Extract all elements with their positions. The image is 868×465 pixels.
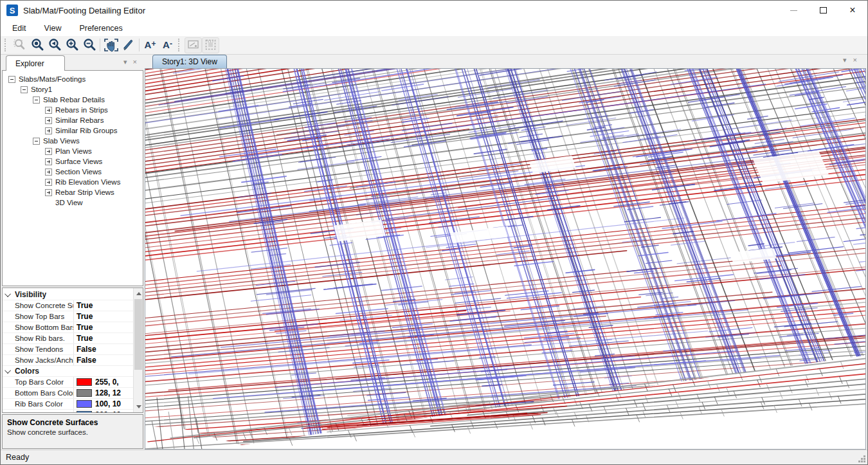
expand-icon[interactable] (45, 158, 52, 165)
zoom-out-button[interactable] (80, 37, 98, 53)
property-category-colors[interactable]: Colors (3, 366, 133, 377)
tree-item-story1[interactable]: Story1 (3, 84, 143, 95)
maximize-button[interactable] (808, 1, 838, 20)
app-window: S Slab/Mat/Footing Detailing Editor × Ed… (0, 0, 868, 465)
tree-item-rebar-strip-views[interactable]: Rebar Strip Views (3, 187, 143, 197)
expand-icon[interactable] (45, 148, 52, 155)
property-row-bottom-bars-color[interactable]: Bottom Bars Color128, 12 (3, 388, 133, 399)
menu-item-edit[interactable]: Edit (11, 23, 28, 34)
font-increase-button[interactable]: A+ (141, 37, 159, 53)
property-row-show-concrete-surfaces[interactable]: Show Concrete SurfacesTrue (3, 300, 133, 311)
property-value[interactable]: False (74, 356, 133, 365)
zoom-previous-button[interactable] (46, 37, 63, 53)
property-row-tendons-color[interactable]: Tendons color200, 10 (3, 410, 133, 413)
plot-limits-button (185, 37, 202, 53)
expand-icon[interactable] (45, 169, 52, 176)
expand-icon[interactable] (45, 107, 52, 114)
menu-item-view[interactable]: View (43, 23, 63, 34)
collapse-icon[interactable] (33, 138, 40, 145)
tree-item-section-views[interactable]: Section Views (3, 167, 143, 177)
tree-item-label: Rib Elevation Views (55, 178, 120, 186)
resize-grip-icon[interactable] (857, 454, 866, 463)
properties-scrollbar[interactable] (133, 288, 143, 412)
property-row-show-bottom-bars[interactable]: Show Bottom BarsTrue (3, 322, 133, 333)
collapse-icon[interactable] (21, 86, 28, 93)
category-chevron-icon[interactable] (3, 293, 15, 297)
property-row-show-jacks-anchors[interactable]: Show Jacks/AnchorsFalse (3, 355, 133, 366)
tab-explorer[interactable]: Explorer (6, 55, 65, 71)
minimize-button[interactable] (779, 1, 808, 20)
pan-button[interactable] (102, 37, 120, 53)
zoom-previous-icon (47, 37, 62, 53)
tree-item-label: Plan Views (55, 147, 92, 155)
tree-item-3d-view[interactable]: 3D View (3, 197, 143, 208)
tree-item-slab-rebar-details[interactable]: Slab Rebar Details (3, 95, 143, 105)
property-value-text: False (77, 356, 96, 365)
property-label: Show Bottom Bars (15, 322, 74, 333)
collapse-icon[interactable] (33, 96, 40, 104)
property-category-visibility[interactable]: Visibility (3, 289, 133, 300)
property-value[interactable]: False (74, 345, 133, 354)
tree-item-label: 3D View (55, 199, 83, 206)
properties-grid: VisibilityShow Concrete SurfacesTrueShow… (3, 289, 133, 413)
property-value[interactable]: 255, 0, (74, 378, 133, 387)
expand-icon[interactable] (45, 189, 52, 196)
property-value-text: False (77, 345, 96, 354)
property-label: Show Top Bars (15, 311, 74, 322)
property-value-text: 255, 0, (95, 378, 119, 387)
viewport-close-icon[interactable]: × (853, 56, 857, 64)
property-row-show-top-bars[interactable]: Show Top BarsTrue (3, 311, 133, 322)
category-chevron-icon[interactable] (3, 369, 15, 374)
collapse-icon[interactable] (8, 76, 15, 83)
viewport-canvas[interactable] (145, 68, 866, 450)
property-value-text: 128, 12 (95, 388, 121, 397)
property-row-show-rib-bars-[interactable]: Show Rib bars.True (3, 333, 133, 344)
property-row-show-tendons[interactable]: Show TendonsFalse (3, 344, 133, 355)
property-value[interactable]: True (74, 312, 133, 321)
scroll-up-icon[interactable] (136, 292, 141, 295)
expand-icon[interactable] (45, 117, 52, 124)
tree-item-label: Similar Rebars (55, 116, 104, 124)
expand-icon[interactable] (45, 127, 52, 134)
panel-dropdown-icon[interactable]: ▾ (123, 58, 127, 66)
property-value[interactable]: 100, 10 (74, 399, 133, 408)
expand-icon[interactable] (45, 179, 52, 186)
scrollbar-thumb[interactable] (134, 299, 142, 370)
tab-story1-3d-view[interactable]: Story1: 3D View (152, 55, 227, 68)
tree-item-slabs-mats-footings[interactable]: Slabs/Mats/Footings (3, 74, 143, 84)
property-value-text: True (77, 312, 93, 321)
menu-item-preferences[interactable]: Preferences (78, 23, 123, 34)
tree-item-slab-views[interactable]: Slab Views (3, 136, 143, 146)
zoom-extents-icon (30, 37, 45, 53)
tree-item-similar-rebars[interactable]: Similar Rebars (3, 115, 143, 125)
toolbar-grip[interactable] (5, 39, 9, 51)
zoom-in-button[interactable] (63, 37, 80, 53)
tree-item-rib-elevation-views[interactable]: Rib Elevation Views (3, 177, 143, 187)
scroll-down-icon[interactable] (136, 405, 141, 408)
property-value-text: 100, 10 (95, 399, 121, 408)
menu-bar: EditViewPreferences (1, 20, 867, 36)
font-decrease-button[interactable]: A- (159, 37, 176, 53)
tree-item-rebars-in-strips[interactable]: Rebars in Strips (3, 105, 143, 115)
tree-item-surface-views[interactable]: Surface Views (3, 156, 143, 167)
property-value[interactable]: 200, 10 (74, 410, 133, 413)
tree-item-similar-rib-groups[interactable]: Similar Rib Groups (3, 125, 143, 136)
pan-icon (103, 37, 120, 53)
tree-item-label: Similar Rib Groups (55, 127, 118, 134)
property-row-top-bars-color[interactable]: Top Bars Color255, 0, (3, 377, 133, 388)
pencil-button[interactable] (120, 37, 137, 53)
tree-item-plan-views[interactable]: Plan Views (3, 146, 143, 156)
tree-item-label: Section Views (55, 168, 102, 176)
property-label: Bottom Bars Color (15, 388, 74, 398)
toolbar-grip[interactable] (178, 39, 183, 51)
panel-close-icon[interactable]: × (133, 58, 137, 66)
property-row-rib-bars-color[interactable]: Rib Bars Color100, 10 (3, 399, 133, 410)
property-value[interactable]: 128, 12 (74, 388, 133, 397)
viewport-dropdown-icon[interactable]: ▾ (843, 56, 847, 64)
zoom-extents-button[interactable] (28, 37, 46, 53)
close-button[interactable]: × (838, 1, 867, 20)
property-value[interactable]: True (74, 301, 133, 310)
property-value[interactable]: True (74, 323, 133, 332)
property-description: Show Concrete Surfaces Show concrete sur… (2, 414, 143, 449)
property-value[interactable]: True (74, 334, 133, 343)
